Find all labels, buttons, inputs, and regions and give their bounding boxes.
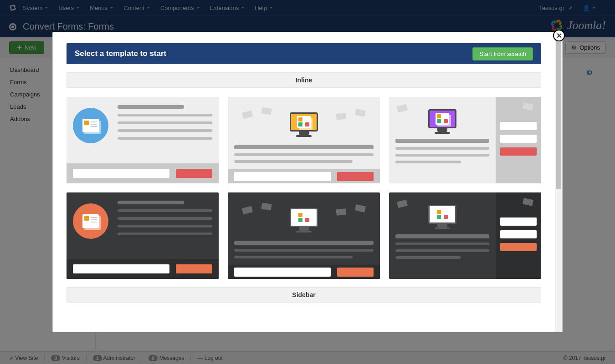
template-footer: [67, 163, 219, 183]
close-icon[interactable]: ✕: [553, 30, 565, 41]
monitor-icon: [290, 112, 318, 131]
template-card[interactable]: [228, 192, 380, 279]
template-grid-inline: [67, 97, 541, 279]
template-footer: [228, 169, 380, 183]
template-sidebar-preview: [496, 192, 541, 279]
monitor-icon: [428, 205, 456, 224]
template-card[interactable]: [67, 192, 219, 279]
monitor-icon: [428, 109, 456, 128]
template-card[interactable]: [228, 97, 380, 183]
modal-scrollbar[interactable]: [555, 32, 562, 332]
modal-header: Select a template to start Start from sc…: [67, 43, 541, 64]
section-inline: Inline: [67, 72, 541, 88]
template-card[interactable]: [389, 97, 541, 183]
circle-icon: [73, 108, 108, 143]
template-sidebar-preview: [496, 97, 541, 183]
template-footer: [228, 265, 380, 279]
modal-title: Select a template to start: [75, 49, 472, 58]
start-from-scratch-button[interactable]: Start from scratch: [472, 47, 533, 61]
template-modal: Select a template to start Start from sc…: [52, 32, 563, 332]
monitor-icon: [290, 208, 318, 227]
template-card[interactable]: [389, 192, 541, 279]
template-card[interactable]: [67, 97, 219, 183]
circle-icon: [73, 203, 108, 239]
template-footer: [67, 259, 219, 279]
section-sidebar: Sidebar: [67, 287, 541, 303]
